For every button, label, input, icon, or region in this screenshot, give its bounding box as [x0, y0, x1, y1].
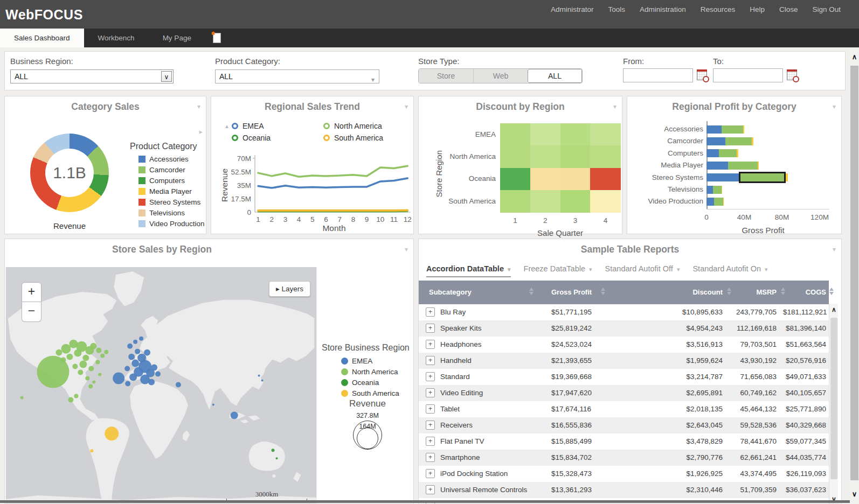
heatmap-cell-south-america-q3[interactable] [560, 190, 591, 213]
store-bubble-north-america[interactable] [88, 366, 94, 372]
store-bubble-emea[interactable] [129, 374, 137, 381]
tab-workbench[interactable]: Workbench [84, 29, 149, 47]
store-bubble-north-america[interactable] [100, 354, 105, 358]
bar-segment-emea[interactable] [706, 186, 713, 194]
zoom-in-button[interactable]: + [22, 282, 41, 302]
menu-item-close[interactable]: Close [779, 5, 798, 13]
store-type-web[interactable]: Web [473, 69, 528, 83]
page-scrollbar[interactable]: ∧ ∨ [850, 50, 859, 504]
bar-segment-emea[interactable] [706, 173, 739, 181]
heatmap-cell-south-america-q1[interactable] [500, 190, 530, 213]
store-bubble-emea[interactable] [144, 349, 150, 356]
menu-item-sign-out[interactable]: Sign Out [812, 5, 841, 13]
expand-row-icon[interactable]: + [426, 372, 435, 381]
heatmap-cell-emea-q2[interactable] [530, 123, 560, 146]
heatmap-cell-north-america-q2[interactable] [530, 145, 560, 168]
expand-row-icon[interactable]: + [426, 437, 435, 446]
from-date-input[interactable] [623, 68, 693, 82]
expand-row-icon[interactable]: + [426, 469, 435, 478]
sort-icon-subcategory[interactable] [529, 288, 535, 295]
expand-row-icon[interactable]: + [426, 324, 435, 333]
menu-item-administrator[interactable]: Administrator [551, 5, 594, 13]
expand-row-icon[interactable]: + [426, 453, 435, 462]
expand-row-icon[interactable]: + [426, 388, 435, 397]
heatmap-cell-oceania-q4[interactable] [590, 168, 620, 191]
datatable-tab-freeze-datatable[interactable]: Freeze DataTable ▾ [524, 264, 592, 277]
store-bubble-emea[interactable] [139, 337, 143, 341]
store-bubble-emea[interactable] [231, 411, 238, 419]
store-bubble-north-america[interactable] [61, 344, 71, 354]
menu-item-tools[interactable]: Tools [608, 5, 626, 13]
sort-icon-discount[interactable] [727, 288, 732, 295]
legend-item-oceania[interactable]: Oceania [341, 377, 399, 388]
store-bubble-north-america[interactable] [90, 343, 96, 349]
scroll-up-icon[interactable]: ∧ [850, 53, 859, 61]
store-bubble-north-america[interactable] [88, 384, 93, 389]
store-type-store[interactable]: Store [419, 69, 473, 83]
table-row-tablet[interactable]: +Tablet$17,674,116$2,018,13545,464,132$2… [419, 401, 829, 417]
menu-item-help[interactable]: Help [750, 5, 765, 13]
heatmap-cell-north-america-q4[interactable] [590, 145, 620, 168]
expand-row-icon[interactable]: + [426, 356, 435, 365]
column-header-msrp[interactable]: MSRP [733, 281, 777, 304]
column-header-cogs[interactable]: COGS [783, 281, 826, 304]
store-bubble-north-america[interactable] [95, 360, 100, 365]
table-row-blu-ray[interactable]: +Blu Ray$51,771,195$10,895,633243,779,70… [419, 304, 829, 320]
expand-row-icon[interactable]: + [426, 485, 435, 494]
store-bubble-emea[interactable] [127, 344, 133, 349]
table-row-standard[interactable]: +Standard$19,369,668$3,214,78771,656,083… [419, 369, 829, 385]
store-bubble-emea[interactable] [133, 340, 137, 344]
bar-segment-north-america[interactable] [719, 149, 737, 157]
heatmap-cell-south-america-q4[interactable] [590, 190, 620, 213]
from-calendar-icon[interactable] [697, 69, 707, 80]
tab-my-page[interactable]: My Page [149, 29, 205, 47]
bar-segment-south-america[interactable] [722, 186, 722, 194]
sort-icon-gross-profit[interactable] [601, 288, 606, 295]
store-bubble-north-america[interactable] [66, 354, 73, 360]
store-bubble-north-america[interactable] [96, 348, 101, 353]
bar-segment-emea[interactable] [706, 125, 722, 134]
page-scrollbar-thumb[interactable] [850, 66, 858, 480]
legend-item-south-america[interactable]: South America [341, 388, 399, 398]
expand-row-icon[interactable]: + [426, 421, 435, 430]
bar-segment-emea[interactable] [706, 137, 725, 145]
heatmap-cell-north-america-q1[interactable] [500, 145, 530, 168]
store-bubble-emea[interactable] [261, 380, 264, 382]
bar-segment-south-america[interactable] [723, 198, 724, 206]
expand-row-icon[interactable]: + [426, 404, 435, 414]
scroll-up-icon[interactable]: ∧ [829, 306, 839, 313]
store-bubble-north-america[interactable] [82, 355, 89, 361]
store-bubble-north-america[interactable] [56, 349, 62, 356]
bar-segment-north-america[interactable] [714, 198, 723, 206]
heatmap-cell-oceania-q3[interactable] [560, 168, 591, 191]
bar-stereo-systems[interactable] [706, 172, 788, 184]
tab-sales-dashboard[interactable]: Sales Dashboard [0, 29, 84, 47]
table-row-headphones[interactable]: +Headphones$24,523,024$3,516,91379,703,5… [419, 337, 829, 353]
store-bubble-emea[interactable] [137, 354, 146, 362]
bar-segment-south-america[interactable] [752, 137, 753, 145]
sort-icon-cogs[interactable] [829, 288, 835, 295]
store-bubble-emea[interactable] [258, 375, 260, 377]
store-bubble-north-america[interactable] [60, 358, 66, 363]
line-chart[interactable]: 70M52.5M35M17.5M0123456789101112MonthRev… [211, 96, 414, 235]
world-map[interactable]: + − ▸ Layers 3000km [5, 267, 317, 504]
store-bubble-north-america[interactable] [79, 361, 87, 368]
store-bubble-south-america[interactable] [90, 449, 93, 452]
legend-item-video-production[interactable]: Video Production [138, 218, 205, 229]
bar-media-player[interactable] [706, 159, 759, 171]
bar-segment-south-america[interactable] [786, 173, 788, 181]
store-bubble-north-america[interactable] [74, 349, 81, 357]
datatable-tab-standard-autofit-on[interactable]: Standard Autofit On ▾ [692, 264, 767, 277]
store-bubble-north-america[interactable] [68, 397, 73, 402]
legend-item-stereo-systems[interactable]: Stereo Systems [138, 197, 205, 207]
series-line-north-america[interactable] [258, 166, 407, 177]
bar-televisions[interactable] [706, 184, 722, 195]
column-header-gross-profit[interactable]: Gross Profit [551, 281, 638, 304]
table-scrollbar-thumb[interactable] [830, 318, 837, 479]
heatmap-cell-emea-q4[interactable] [590, 123, 620, 146]
expand-row-icon[interactable]: + [426, 307, 435, 317]
heatmap-cell-emea-q3[interactable] [560, 123, 591, 146]
store-bubble-north-america[interactable] [72, 364, 78, 369]
layers-button[interactable]: ▸ Layers [269, 281, 310, 297]
panel-menu-caret-icon[interactable]: ▾ [833, 246, 836, 253]
